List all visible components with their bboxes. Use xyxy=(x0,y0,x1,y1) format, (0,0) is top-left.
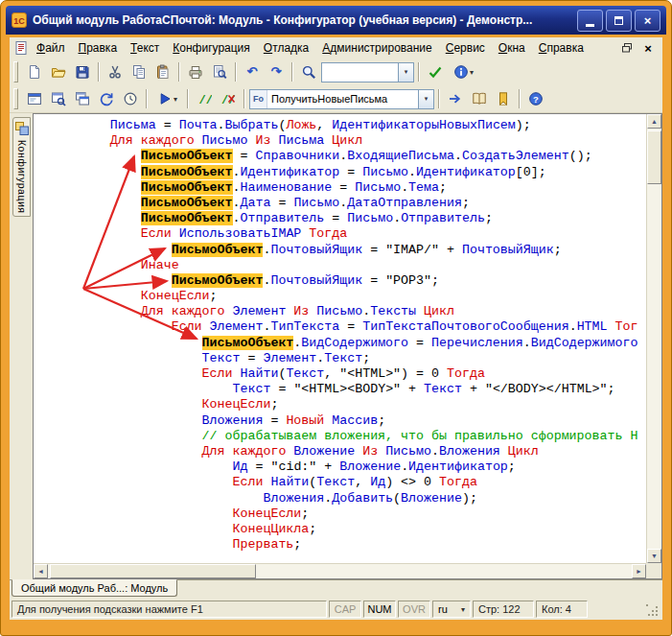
configuration-panel-tab[interactable]: Конфигурация xyxy=(12,117,31,217)
menu-windows[interactable]: Окна xyxy=(492,39,532,58)
bookmark-button[interactable] xyxy=(492,88,515,110)
help-info-button[interactable]: ▾ xyxy=(448,61,479,83)
new-document-button[interactable] xyxy=(23,61,46,83)
start-debugging-button[interactable]: ▾ xyxy=(151,88,183,110)
undo-button[interactable]: ↶ xyxy=(241,61,264,83)
maximize-button[interactable] xyxy=(606,10,632,32)
toolbar-separator xyxy=(243,89,245,108)
copy-button[interactable] xyxy=(127,61,151,83)
column-indicator: Кол: 4 xyxy=(536,601,588,618)
module-document-tab[interactable]: Общий модуль Раб...: Модуль xyxy=(12,579,177,597)
resize-grip[interactable] xyxy=(645,601,660,618)
toolbar-config: ▾////FoПолучитьНовыеПисьма▾? xyxy=(10,85,662,112)
find-in-configuration-button[interactable] xyxy=(47,88,70,110)
redo-button[interactable]: ↷ xyxy=(265,61,288,83)
code-line: Текст = Элемент.Текст; xyxy=(49,351,637,366)
line-indicator: Стр: 122 xyxy=(473,601,534,618)
code-line: ПисьмоОбъект.Дата = Письмо.ДатаОтправлен… xyxy=(49,196,637,211)
update-db-configuration-button[interactable] xyxy=(95,88,118,110)
code-line: Если ИспользоватьIMAP Тогда xyxy=(49,226,637,242)
menu-help[interactable]: Справка xyxy=(532,39,591,58)
toolbar-grip[interactable] xyxy=(13,61,18,82)
save-icon xyxy=(75,64,90,80)
toolbar-separator xyxy=(291,62,293,82)
toolbar-standard: ↶↷▾▾ xyxy=(10,59,662,85)
find-button[interactable] xyxy=(297,61,320,83)
menu-items: ФайлПравкаТекстКонфигурацияОтладкаАдмини… xyxy=(30,39,591,58)
code-line: Прервать; xyxy=(49,537,637,553)
menu-file[interactable]: Файл xyxy=(30,39,72,58)
combo-dropdown-button[interactable]: ▾ xyxy=(398,63,413,82)
toolbar-separator xyxy=(438,89,440,108)
menu-bar: ФайлПравкаТекстКонфигурацияОтладкаАдмини… xyxy=(10,37,662,59)
title-bar[interactable]: 1С Общий модуль РаботаСПочтой: Модуль - … xyxy=(6,6,666,35)
scroll-right-button[interactable]: ► xyxy=(632,564,646,578)
goto-procedure-button[interactable] xyxy=(444,88,467,110)
scroll-up-button[interactable]: ▲ xyxy=(647,114,661,129)
open-configuration-button[interactable] xyxy=(23,88,46,110)
configuration-windows-button[interactable] xyxy=(71,88,94,110)
scroll-down-button[interactable]: ▼ xyxy=(647,549,661,563)
cut-button[interactable] xyxy=(104,61,127,83)
app-icon: 1С xyxy=(12,12,27,28)
syntax-check-button[interactable] xyxy=(424,61,447,83)
mdi-close-button[interactable]: × xyxy=(639,40,657,56)
comment-add-icon: // xyxy=(197,91,212,106)
paste-icon xyxy=(155,64,171,80)
toolbar-separator xyxy=(187,89,189,108)
horizontal-scroll-thumb[interactable] xyxy=(50,564,256,578)
procedures-list-button[interactable] xyxy=(468,88,491,110)
vertical-scroll-thumb[interactable] xyxy=(647,130,661,184)
vertical-scrollbar[interactable]: ▲ ▼ xyxy=(646,114,661,563)
horizontal-scrollbar[interactable]: ◄ ► xyxy=(34,563,646,578)
code-line: ПисьмоОбъект.Идентификатор = Письмо.Иден… xyxy=(49,165,637,180)
print-button[interactable] xyxy=(184,61,207,83)
print-preview-button[interactable] xyxy=(208,61,231,83)
minimize-button[interactable] xyxy=(577,10,603,32)
save-button[interactable] xyxy=(71,61,94,83)
toolbar-separator xyxy=(146,89,148,108)
mdi-restore-button[interactable] xyxy=(618,40,636,56)
help-icon: ? xyxy=(528,91,544,106)
status-spacer xyxy=(590,601,643,618)
language-value: ru xyxy=(438,603,448,615)
paste-button[interactable] xyxy=(151,61,174,83)
open-button[interactable] xyxy=(47,61,70,83)
find-icon xyxy=(301,64,316,80)
toolbar-separator xyxy=(519,89,521,108)
caps-lock-indicator: CAP xyxy=(329,601,361,618)
toolbar-separator xyxy=(235,62,237,82)
menu-administration[interactable]: Администрирование xyxy=(315,39,438,58)
menu-configuration[interactable]: Конфигурация xyxy=(166,39,257,58)
code-line: Если Найти(Текст, "<HTML>") = 0 Тогда xyxy=(49,366,637,382)
code-editor[interactable]: Письма = Почта.Выбрать(Ложь, Идентификат… xyxy=(33,113,662,579)
open-folder-icon xyxy=(51,64,66,80)
menu-service[interactable]: Сервис xyxy=(439,39,492,58)
language-selector[interactable]: ru ▾ xyxy=(432,601,471,618)
menu-debug[interactable]: Отладка xyxy=(257,39,315,58)
num-lock-indicator: NUM xyxy=(363,601,396,618)
close-button[interactable]: × xyxy=(635,10,660,32)
remove-comment-button[interactable]: // xyxy=(217,88,240,110)
procedures-combo[interactable]: FoПолучитьНовыеПисьма▾ xyxy=(249,89,434,109)
copy-icon xyxy=(131,64,147,80)
context-help-button[interactable]: ? xyxy=(524,88,547,110)
code-line: Вложения = Новый Массив; xyxy=(49,413,637,429)
add-comment-button[interactable]: // xyxy=(193,88,216,110)
scroll-left-button[interactable]: ◄ xyxy=(34,564,48,578)
code-line: ПисьмоОбъект = Справочники.ВходящиеПисьм… xyxy=(49,149,637,164)
window-controls: × xyxy=(577,10,660,32)
toolbar-grip[interactable] xyxy=(13,88,18,109)
menu-edit[interactable]: Правка xyxy=(72,39,125,58)
combo-dropdown-button[interactable]: ▾ xyxy=(418,90,433,108)
menu-text[interactable]: Текст xyxy=(124,39,166,58)
toolbar-separator xyxy=(418,62,420,82)
module-document-icon xyxy=(12,40,30,56)
configurator-window: 1С Общий модуль РаботаСПочтой: Модуль - … xyxy=(0,0,672,636)
history-button[interactable] xyxy=(119,88,142,110)
svg-text:1С: 1С xyxy=(13,16,25,26)
info-icon xyxy=(453,64,469,80)
code-line: КонецЕсли; xyxy=(49,397,637,412)
document-tab-bar: Общий модуль Раб...: Модуль xyxy=(10,579,662,599)
quick-search-combo[interactable]: ▾ xyxy=(321,62,414,82)
